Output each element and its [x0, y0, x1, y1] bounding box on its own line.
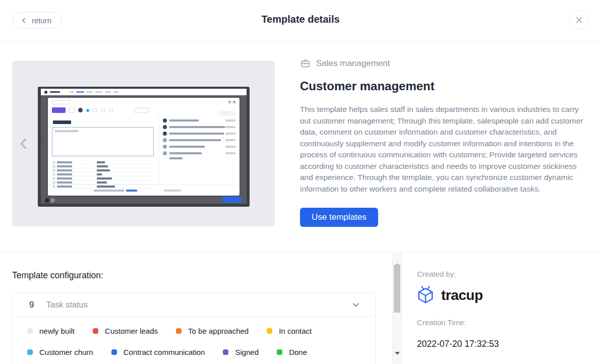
carousel-prev-button[interactable] — [16, 135, 31, 152]
status-list: newly built Customer leads To be approac… — [13, 317, 375, 364]
use-templates-button[interactable]: Use templates — [300, 208, 378, 227]
page-title: Template details — [0, 14, 601, 25]
status-item: Customer churn — [27, 348, 93, 356]
template-preview-image — [38, 87, 250, 207]
status-item: newly built — [27, 327, 75, 335]
status-item: In contact — [267, 327, 312, 335]
status-item: Signed — [223, 348, 259, 356]
chevron-left-icon — [18, 137, 29, 150]
task-status-panel: 9 Task status newly built Customer leads… — [12, 292, 376, 364]
status-label: Customer leads — [105, 327, 158, 335]
task-status-label: Task status — [46, 300, 88, 310]
status-label: Customer churn — [39, 348, 93, 356]
tracup-logo-icon — [416, 286, 435, 305]
status-color-dot — [27, 328, 33, 334]
status-item: Customer leads — [93, 327, 158, 335]
scrollbar-thumb[interactable] — [394, 265, 400, 313]
status-label: Done — [289, 348, 307, 356]
status-color-dot — [267, 328, 272, 334]
status-color-dot — [27, 349, 33, 355]
tracup-logo: tracup — [416, 286, 483, 305]
close-button[interactable] — [570, 11, 588, 29]
status-color-dot — [111, 349, 117, 355]
creation-time-label: Creation Time: — [417, 318, 466, 327]
status-item: Contract communication — [111, 348, 205, 356]
template-category: Sales management — [316, 58, 390, 69]
status-item: Done — [277, 348, 307, 356]
status-label: In contact — [279, 327, 312, 335]
status-label: newly built — [39, 327, 75, 335]
task-status-count: 9 — [29, 300, 34, 310]
status-label: Signed — [235, 348, 259, 356]
triangle-down-icon — [395, 352, 400, 362]
template-preview-carousel — [12, 60, 275, 226]
creation-time-value: 2022-07-20 17:32:53 — [417, 339, 499, 349]
status-color-dot — [93, 328, 98, 334]
scroll-up-button[interactable] — [393, 255, 401, 263]
template-details-main: Sales management Customer management Thi… — [0, 42, 601, 252]
template-title: Customer management — [300, 79, 588, 93]
creator-pane: Created by: tracup Creation Time: 2022-0… — [402, 253, 601, 364]
briefcase-icon — [300, 58, 311, 69]
template-category-row: Sales management — [300, 58, 588, 69]
page-header: return Template details — [0, 0, 601, 42]
scroll-down-button[interactable] — [393, 354, 401, 362]
close-icon — [575, 16, 583, 24]
template-description: This template helps sales staff in sales… — [300, 104, 588, 195]
status-color-dot — [277, 349, 282, 355]
status-color-dot — [223, 349, 228, 355]
status-label: To be approached — [188, 327, 249, 335]
template-configuration-section: Template configuration: 9 Task status ne… — [0, 252, 601, 364]
configuration-pane: Template configuration: 9 Task status ne… — [0, 253, 392, 364]
task-status-accordion[interactable]: 9 Task status — [13, 293, 375, 317]
status-item: To be approached — [176, 327, 249, 335]
status-color-dot — [176, 328, 182, 334]
creator-name: tracup — [441, 287, 483, 304]
scrollbar[interactable] — [392, 253, 402, 364]
chevron-down-icon — [351, 300, 360, 311]
created-by-label: Created by: — [417, 270, 456, 278]
template-configuration-heading: Template configuration: — [12, 270, 103, 281]
status-label: Contract communication — [124, 348, 205, 356]
